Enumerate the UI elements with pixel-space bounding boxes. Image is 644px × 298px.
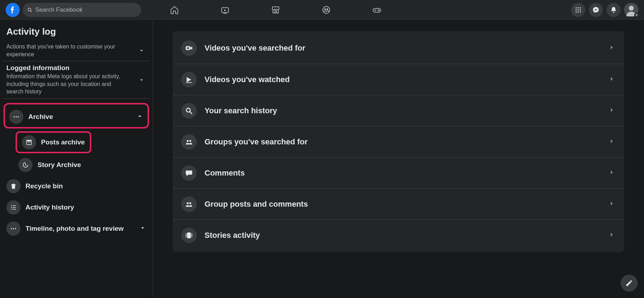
- svg-point-0: [28, 8, 31, 11]
- svg-point-18: [580, 9, 581, 10]
- svg-rect-48: [187, 232, 191, 238]
- sidebar-item-story-archive[interactable]: Story Archive: [3, 155, 150, 174]
- item-groups-searched[interactable]: Groups you've searched for: [173, 126, 624, 157]
- svg-rect-28: [27, 141, 31, 145]
- svg-line-1: [30, 11, 31, 12]
- svg-point-5: [323, 6, 330, 13]
- messenger-button[interactable]: [589, 3, 603, 17]
- sidebar: Activity log Actions that you've taken t…: [0, 20, 153, 298]
- menu-grid-button[interactable]: [571, 3, 585, 17]
- chevron-up-icon: [136, 113, 143, 121]
- posts-archive-label: Posts archive: [41, 138, 85, 146]
- svg-point-11: [378, 10, 378, 10]
- comment-icon: [181, 165, 197, 181]
- chevron-down-icon: [139, 224, 146, 233]
- list-item-label: Videos you've searched for: [205, 44, 305, 53]
- svg-point-25: [16, 116, 17, 117]
- item-videos-searched[interactable]: Videos you've searched for: [173, 33, 624, 64]
- chevron-right-icon: [608, 231, 616, 240]
- svg-rect-35: [13, 209, 16, 210]
- chevron-right-icon: [608, 137, 616, 147]
- svg-rect-50: [191, 233, 192, 237]
- nav-home-icon[interactable]: [166, 1, 183, 18]
- item-comments[interactable]: Comments: [173, 157, 624, 188]
- svg-point-7: [327, 8, 328, 10]
- svg-point-17: [577, 9, 579, 10]
- list-item-label: Stories activity: [205, 231, 260, 240]
- svg-point-13: [576, 7, 577, 8]
- chevron-right-icon: [608, 168, 616, 178]
- svg-marker-40: [187, 77, 191, 82]
- list-icon: [6, 200, 21, 214]
- search-icon: [27, 7, 33, 13]
- svg-point-26: [18, 116, 19, 117]
- compose-fab[interactable]: [621, 275, 638, 292]
- top-nav-bar: [0, 0, 644, 20]
- main-content: Videos you've searched for Videos you've…: [153, 20, 644, 298]
- more-dots-icon: [9, 110, 23, 124]
- sidebar-item-recycle-bin[interactable]: Recycle bin: [3, 177, 150, 196]
- sidebar-section-logged-info[interactable]: Logged information Information that Meta…: [3, 61, 150, 99]
- search-input-wrapper[interactable]: [23, 3, 141, 17]
- svg-point-12: [379, 10, 380, 11]
- nav-groups-icon[interactable]: [318, 1, 335, 18]
- svg-rect-31: [13, 205, 16, 206]
- logged-info-heading: Logged information: [6, 64, 137, 72]
- preferences-subtitle: Actions that you've taken to customise y…: [6, 43, 137, 58]
- top-right-cluster: [571, 3, 638, 17]
- chevron-right-icon: [608, 106, 616, 115]
- chevron-down-icon: [634, 13, 639, 18]
- svg-point-6: [324, 8, 326, 10]
- chevron-right-icon: [608, 75, 616, 84]
- list-item-label: Your search history: [205, 106, 277, 115]
- sidebar-item-posts-archive[interactable]: Posts archive: [18, 133, 88, 152]
- activity-list-card: Videos you've searched for Videos you've…: [173, 31, 624, 252]
- list-item-label: Group posts and comments: [205, 200, 308, 209]
- sidebar-section-preferences[interactable]: Actions that you've taken to customise y…: [3, 40, 150, 61]
- account-avatar[interactable]: [624, 3, 638, 17]
- svg-point-36: [11, 228, 12, 229]
- page-title: Activity log: [0, 20, 153, 40]
- list-item-label: Comments: [205, 168, 245, 178]
- group-icon: [181, 196, 197, 212]
- trash-icon: [6, 179, 21, 193]
- item-group-posts-comments[interactable]: Group posts and comments: [173, 188, 624, 219]
- chevron-down-icon: [137, 46, 146, 55]
- chevron-right-icon: [608, 44, 616, 53]
- svg-line-43: [190, 111, 192, 114]
- search-input[interactable]: [35, 6, 137, 13]
- nav-gaming-icon[interactable]: [368, 1, 385, 18]
- svg-point-44: [187, 140, 189, 142]
- svg-point-46: [187, 202, 189, 204]
- notifications-button[interactable]: [606, 3, 621, 17]
- timeline-review-label: Timeline, photo and tag review: [25, 225, 123, 233]
- activity-history-label: Activity history: [25, 204, 74, 211]
- nav-video-icon[interactable]: [217, 1, 234, 18]
- svg-point-15: [580, 7, 581, 8]
- item-stories-activity[interactable]: Stories activity: [173, 219, 624, 251]
- search-icon: [181, 103, 197, 119]
- sidebar-item-activity-history[interactable]: Activity history: [3, 198, 150, 217]
- svg-point-45: [189, 140, 191, 142]
- sidebar-item-archive[interactable]: Archive: [6, 107, 147, 126]
- svg-point-38: [15, 228, 16, 229]
- list-item-label: Groups you've searched for: [205, 137, 307, 147]
- archive-box-icon: [22, 135, 36, 149]
- nav-marketplace-icon[interactable]: [267, 1, 284, 18]
- center-nav: [141, 1, 571, 18]
- item-videos-watched[interactable]: Videos you've watched: [173, 64, 624, 95]
- sidebar-item-timeline-review[interactable]: Timeline, photo and tag review: [3, 219, 150, 238]
- svg-point-14: [577, 7, 579, 8]
- svg-point-34: [11, 209, 12, 210]
- svg-point-32: [11, 207, 12, 208]
- svg-marker-3: [224, 9, 226, 11]
- item-search-history[interactable]: Your search history: [173, 95, 624, 126]
- svg-rect-49: [186, 233, 186, 237]
- svg-rect-41: [186, 82, 192, 83]
- svg-point-23: [629, 6, 634, 11]
- chevron-right-icon: [608, 200, 616, 209]
- svg-point-20: [577, 11, 579, 12]
- facebook-logo[interactable]: [6, 3, 20, 17]
- history-clock-icon: [18, 158, 33, 172]
- svg-point-24: [14, 116, 15, 117]
